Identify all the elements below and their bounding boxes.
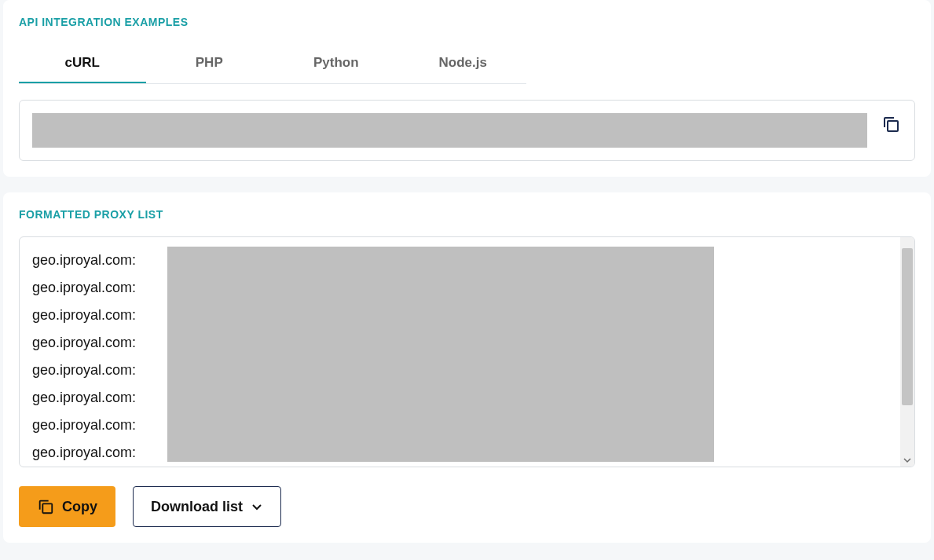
copy-icon xyxy=(881,115,900,134)
proxy-list-box: geo.iproyal.com: geo.iproyal.com: geo.ip… xyxy=(19,236,915,467)
download-list-button[interactable]: Download list xyxy=(133,486,281,527)
code-tabs: cURL PHP Python Node.js xyxy=(19,44,526,84)
download-button-label: Download list xyxy=(151,499,243,515)
code-example-box xyxy=(19,100,915,161)
api-integration-card: API INTEGRATION EXAMPLES cURL PHP Python… xyxy=(3,0,931,177)
svg-rect-0 xyxy=(888,121,898,131)
copy-code-button[interactable] xyxy=(880,113,902,135)
copy-button-label: Copy xyxy=(62,499,97,515)
proxy-section-title: FORMATTED PROXY LIST xyxy=(19,208,915,221)
proxy-actions: Copy Download list xyxy=(19,486,915,527)
tab-python[interactable]: Python xyxy=(273,44,400,83)
scrollbar-thumb[interactable] xyxy=(902,248,913,405)
proxy-redacted-block xyxy=(167,247,714,462)
tab-php[interactable]: PHP xyxy=(146,44,273,83)
code-redacted-block xyxy=(32,113,867,148)
copy-button[interactable]: Copy xyxy=(19,486,115,527)
tab-curl[interactable]: cURL xyxy=(19,44,146,83)
svg-rect-1 xyxy=(42,503,52,513)
tab-nodejs[interactable]: Node.js xyxy=(400,44,527,83)
scrollbar[interactable] xyxy=(900,237,914,467)
api-section-title: API INTEGRATION EXAMPLES xyxy=(19,16,915,28)
chevron-down-icon[interactable] xyxy=(903,456,911,464)
chevron-down-icon xyxy=(251,500,263,513)
copy-icon xyxy=(37,498,54,515)
formatted-proxy-card: FORMATTED PROXY LIST geo.iproyal.com: ge… xyxy=(3,192,931,543)
